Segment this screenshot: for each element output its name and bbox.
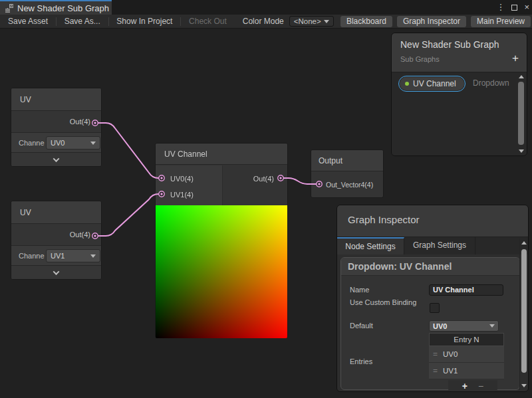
window-menu-icon[interactable]: ⋮ (496, 0, 505, 15)
input-port-label: Out_Vector4(4) (326, 178, 373, 191)
uv-node-top[interactable]: UV Out(4) Channe UV0 (11, 88, 102, 167)
color-mode-label: Color Mode (235, 15, 289, 29)
tab-node-settings[interactable]: Node Settings (337, 237, 404, 254)
chevron-down-icon (53, 155, 60, 162)
save-as-button[interactable]: Save As... (57, 15, 108, 29)
entry-row[interactable]: = UV1 (429, 363, 504, 379)
use-custom-binding-label: Use Custom Binding (350, 298, 423, 308)
property-pill-uv-channel[interactable]: UV Channel (398, 76, 466, 92)
entries-label: Entries (350, 357, 372, 365)
channel-dropdown[interactable]: UV0 (46, 136, 100, 149)
document-tab[interactable]: New Shader Sub Graph (0, 0, 112, 15)
scrollbar-thumb[interactable] (518, 82, 524, 145)
output-port-label: Out(4) (253, 172, 274, 185)
output-node[interactable]: Output Out_Vector4(4) (311, 149, 384, 198)
subgraph-icon (5, 3, 14, 13)
uv-preview-image (156, 205, 287, 338)
inspector-scrollbar[interactable] (519, 239, 527, 390)
collapse-preview-button[interactable] (11, 266, 101, 279)
maximize-icon[interactable] (511, 5, 517, 11)
default-dropdown[interactable]: UV0 (429, 320, 499, 332)
scroll-up-icon[interactable] (519, 75, 524, 78)
channel-label: Channe (19, 133, 45, 153)
save-asset-button[interactable]: Save Asset (0, 15, 56, 29)
graph-inspector-panel: Graph Inspector Node Settings Graph Sett… (336, 205, 529, 392)
name-input[interactable]: UV Channel (429, 284, 503, 296)
add-property-button[interactable]: + (512, 52, 519, 65)
blackboard-title: New Shader Sub Graph (400, 39, 499, 50)
exposed-dot-icon (405, 82, 409, 86)
collapse-preview-button[interactable] (11, 153, 101, 166)
blackboard-panel: New Shader Sub Graph Sub Graphs + UV Cha… (391, 33, 527, 156)
blackboard-toggle-button[interactable]: Blackboard (340, 16, 392, 27)
show-in-project-button[interactable]: Show In Project (108, 15, 180, 29)
tab-title: New Shader Sub Graph (17, 3, 109, 13)
remove-entry-button[interactable]: − (478, 381, 483, 391)
input-port-label: UV1(4) (170, 188, 194, 201)
entries-header: Entry N (429, 333, 504, 346)
color-mode-value: <None> (294, 17, 324, 25)
scroll-down-icon[interactable] (521, 384, 527, 387)
edge-uv1-to-uvchannel[interactable] (95, 194, 162, 236)
use-custom-binding-checkbox[interactable] (430, 303, 440, 313)
blackboard-scrollbar[interactable] (518, 74, 524, 154)
scroll-up-icon[interactable] (521, 241, 527, 245)
graph-toolbar: Save Asset Save As... Show In Project Ch… (0, 15, 532, 29)
chevron-down-icon (53, 268, 60, 275)
node-title[interactable]: UV Channel (156, 144, 287, 165)
shader-graph-window: New Shader Sub Graph ⋮ × Save Asset Save… (0, 0, 532, 398)
main-preview-toggle-button[interactable]: Main Preview (471, 16, 531, 27)
channel-label: Channe (19, 246, 45, 266)
check-out-button: Check Out (181, 15, 235, 29)
entries-footer: + − (448, 380, 497, 391)
default-label: Default (350, 322, 373, 330)
close-icon[interactable]: × (524, 0, 529, 15)
title-bar: New Shader Sub Graph ⋮ × (0, 0, 532, 15)
drag-handle-icon[interactable]: = (433, 349, 438, 359)
blackboard-subtitle: Sub Graphs (400, 55, 440, 63)
chevron-down-icon (324, 20, 329, 23)
uv-channel-node[interactable]: UV Channel UV0(4) UV1(4) Out(4) (155, 143, 288, 338)
inspector-header[interactable]: Graph Inspector (337, 205, 528, 237)
output-port-label: Out(4) (70, 111, 90, 133)
chevron-down-icon (90, 254, 96, 258)
channel-dropdown[interactable]: UV1 (46, 249, 100, 262)
drag-handle-icon[interactable]: = (433, 366, 438, 375)
node-title[interactable]: UV (11, 88, 101, 111)
dropdown-settings-section: Dropdown: UV Channel Name UV Channel Use… (340, 257, 520, 390)
name-label: Name (350, 286, 369, 294)
edge-uv0-to-uvchannel[interactable] (95, 123, 162, 178)
scrollbar-thumb[interactable] (521, 249, 527, 373)
node-title[interactable]: UV (11, 201, 101, 224)
chevron-down-icon (90, 142, 96, 145)
inspector-title: Graph Inspector (348, 214, 420, 225)
blackboard-header[interactable]: New Shader Sub Graph Sub Graphs + (392, 33, 527, 72)
graph-inspector-toggle-button[interactable]: Graph Inspector (397, 16, 466, 27)
color-mode-dropdown[interactable]: <None> (289, 16, 334, 27)
entries-list: Entry N = UV0 = UV1 (429, 333, 504, 379)
add-entry-button[interactable]: + (462, 381, 467, 391)
node-title[interactable]: Output (311, 150, 383, 171)
property-type-label: Dropdown (473, 76, 509, 90)
output-port-label: Out(4) (70, 224, 90, 246)
uv-node-bottom[interactable]: UV Out(4) Channe UV1 (11, 201, 102, 280)
chevron-down-icon (489, 324, 495, 328)
section-title: Dropdown: UV Channel (341, 258, 519, 276)
scroll-down-icon[interactable] (519, 149, 524, 153)
entry-row[interactable]: = UV0 (429, 346, 504, 363)
tab-graph-settings[interactable]: Graph Settings (404, 237, 475, 254)
input-port-label: UV0(4) (170, 172, 194, 185)
